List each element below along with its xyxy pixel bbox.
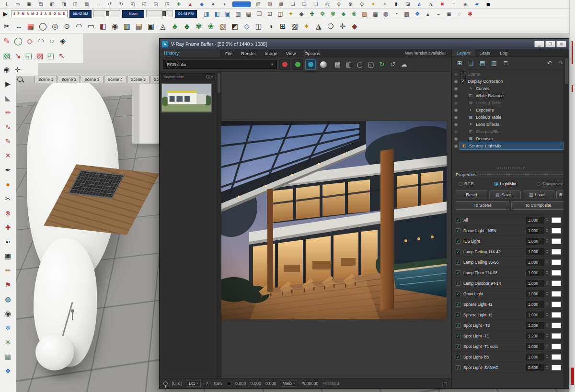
duplicate-layer-icon[interactable]: ❏ [467,59,475,67]
menu-render[interactable]: Render [237,51,260,56]
toolbar-icon[interactable]: ❑ [312,0,320,8]
toolbar-icon[interactable]: ✖ [438,0,446,8]
left-tool-icon[interactable]: ▦ [4,352,12,361]
zoom-tool-icon[interactable] [17,77,23,82]
light-intensity-spinner[interactable]: ▲▼ [545,239,549,243]
layer-row[interactable]: ◉▩Denoiser [452,135,569,142]
toolbar-icon[interactable]: ❀ [207,22,215,30]
toolbar-icon[interactable]: ▣ [147,22,155,30]
light-color-swatch[interactable] [552,280,561,286]
light-intensity-spinner[interactable]: ▲▼ [545,270,549,275]
toolbar-icon[interactable]: ▲ [186,0,194,8]
light-enabled-checkbox[interactable]: ✓ [456,281,460,286]
scene-tab[interactable]: Scene 3 [80,76,103,83]
tool-icon[interactable]: ✛ [14,66,22,73]
toolbar-icon[interactable]: ❐ [300,0,308,8]
menu-view[interactable]: View [282,51,300,56]
select-tool-icon[interactable]: ▶ [4,79,12,88]
vray-banner-button[interactable] [232,1,251,7]
history-thumbnail[interactable] [161,83,212,112]
scale-tool-icon[interactable]: ▨ [36,52,44,60]
light-enabled-checkbox[interactable]: ✓ [456,355,460,359]
toolbar-icon[interactable]: ◎ [323,0,331,8]
toolbar-icon[interactable]: ◔ [392,10,400,18]
refresh-icon[interactable]: ↺ [389,61,397,68]
layer-row[interactable]: ◉◫White Balance [452,92,569,99]
left-tool-icon[interactable]: ⚑ [4,280,12,289]
toolbar-icon[interactable]: ⊕ [335,0,343,8]
maximize-button[interactable]: ❐ [545,41,555,47]
toolbar-icon[interactable]: ◧ [48,0,56,8]
undo-icon[interactable]: ↶ [546,59,553,67]
eye-icon[interactable]: ◉ [452,136,460,141]
light-color-swatch[interactable] [552,249,561,255]
toolbar-icon[interactable]: ▥ [123,22,131,30]
toolbar-icon[interactable]: ◠ [75,22,83,30]
black-swatch-icon[interactable]: ▮ [392,0,400,8]
pixel-probe-icon[interactable] [163,381,168,386]
history-panel-tab[interactable]: History [160,49,221,57]
shape-tool-icon[interactable]: ◯ [14,37,23,45]
left-tool-icon[interactable]: ◍ [4,295,12,303]
layer-row[interactable]: ◉▦Lookup Table [452,99,569,106]
light-intensity-input[interactable]: 1.000 [526,248,544,255]
light-intensity-input[interactable]: 1.000 [526,280,544,287]
eye-icon[interactable]: ◉ [452,129,460,134]
light-intensity-input[interactable]: 1.000 [526,301,544,308]
eye-icon[interactable]: ◉ [452,122,460,127]
light-enabled-checkbox[interactable]: ✓ [456,228,460,233]
lightmix-row[interactable]: ✓Sphere Light- t21.000▲▼ [452,310,563,320]
layer-row[interactable]: ◉Stamp [452,70,569,78]
left-tool-icon[interactable]: ✚ [4,223,12,232]
menu-options[interactable]: Options [300,51,324,56]
dimension-tool-icon[interactable]: A1 [4,237,12,246]
light-intensity-spinner[interactable]: ▲▼ [545,344,549,348]
scale-tool-icon[interactable]: ◰ [47,52,55,60]
light-enabled-checkbox[interactable]: ✓ [456,313,460,317]
toolbar-icon[interactable]: ✧ [381,0,389,8]
toolbar-icon[interactable]: ◭ [415,0,423,8]
toolbar-icon[interactable]: ⊗ [346,0,354,8]
scene-tab[interactable]: Scene 5 [127,76,150,83]
toolbar-icon[interactable]: ⊞ [279,22,287,30]
blue-channel-button[interactable] [305,59,316,70]
toolbar-icon[interactable]: ▧ [361,10,368,18]
light-color-swatch[interactable] [552,302,561,307]
shadow-toggle-icon[interactable]: ▶ [1,10,9,18]
toolbar-icon[interactable]: ▭ [14,0,22,8]
toolbar-icon[interactable]: ↔ [94,0,102,8]
shape-tool-icon[interactable]: ◇ [26,37,34,45]
light-intensity-input[interactable]: 1.000 [526,238,544,245]
toolbar-icon[interactable]: ◲ [152,0,160,8]
left-tool-icon[interactable]: ✕ [4,151,12,160]
layer-row[interactable]: ◉✓Display Correction [452,78,569,85]
lightmix-row[interactable]: ✓Spot Light- bb1.000▲▼ [452,352,563,362]
history-search-input[interactable]: Search filter [161,73,215,80]
toolbar-icon[interactable]: ◪ [404,0,412,8]
scale-tool-icon[interactable]: ◱ [25,52,33,60]
panel-scrollbar[interactable] [564,57,569,388]
freehand-tool-icon[interactable]: ∿ [4,123,12,131]
light-enabled-checkbox[interactable]: ✓ [456,365,460,370]
light-intensity-input[interactable]: 0.600 [526,364,544,371]
toolbar-icon[interactable]: ▨ [266,0,274,8]
light-enabled-checkbox[interactable]: ✓ [456,334,460,338]
left-tool-icon[interactable]: ✳ [4,338,12,347]
toolbar-icon[interactable]: ✂ [3,22,11,30]
toolbar-icon[interactable]: ▧ [254,0,262,8]
lightmix-row[interactable]: ✓All1.000▲▼ [452,215,563,225]
shape-tool-icon[interactable]: ◈ [59,37,67,45]
toolbar-icon[interactable]: ◍ [382,10,390,18]
lightmix-row[interactable]: ✓Spot Light- SANHC0.600▲▼ [452,362,563,373]
snowflake-tool-icon[interactable]: ❄ [4,324,12,332]
left-tool-icon[interactable]: ❖ [4,367,12,375]
left-tool-icon[interactable]: ▣ [4,252,12,260]
light-intensity-spinner[interactable]: ▲▼ [545,249,549,254]
menu-file[interactable]: File [221,51,237,56]
light-intensity-spinner[interactable]: ▲▼ [545,355,549,359]
toolbar-icon[interactable]: ◎ [51,22,59,30]
toolbar-icon[interactable]: ▩ [277,0,285,8]
toolbar-icon[interactable]: ◆ [351,22,358,30]
toolbar-icon[interactable]: ✦ [369,0,377,8]
toolbar-icon[interactable]: ◈ [461,0,469,8]
